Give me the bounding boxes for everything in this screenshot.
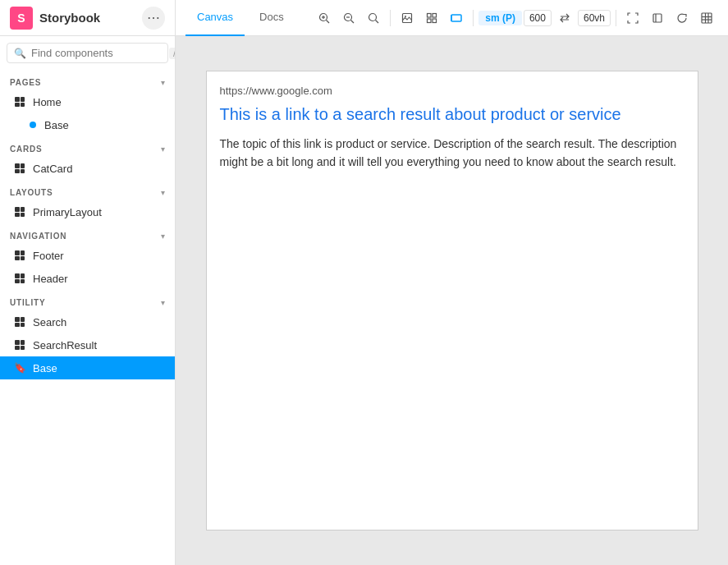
- sidebar-item-catcard-label: CatCard: [33, 163, 72, 175]
- sidebar-subitem-home-base[interactable]: Base: [0, 113, 175, 136]
- home-grid-icon: [13, 95, 26, 108]
- catcard-grid-icon: [13, 162, 26, 175]
- sidebar-item-base-label: Base: [33, 362, 57, 374]
- svg-rect-11: [428, 13, 432, 17]
- grid-view-button[interactable]: [420, 7, 443, 30]
- section-header-cards[interactable]: CARDS ▾: [0, 136, 175, 157]
- toolbar-separator-1: [390, 10, 391, 26]
- expand-button[interactable]: [646, 7, 669, 30]
- sidebar-item-home[interactable]: Home: [0, 90, 175, 113]
- sidebar-item-search[interactable]: Search: [0, 310, 175, 333]
- responsive-view-button[interactable]: [445, 7, 468, 30]
- sidebar-item-primarylayout-label: PrimaryLayout: [33, 206, 102, 218]
- reset-zoom-button[interactable]: [362, 7, 385, 30]
- section-title-navigation: NAVIGATION: [10, 232, 66, 241]
- chevron-navigation-icon: ▾: [161, 232, 165, 241]
- zoom-out-button[interactable]: [337, 7, 360, 30]
- sidebar-subitem-home-base-label: Base: [44, 119, 69, 131]
- section-cards: CARDS ▾ CatCard: [0, 136, 175, 180]
- sidebar-item-search-label: Search: [33, 316, 66, 328]
- image-view-button[interactable]: [396, 7, 419, 30]
- section-title-utility: UTILITY: [10, 298, 45, 307]
- svg-point-7: [369, 13, 377, 21]
- toolbar-separator-2: [473, 10, 474, 26]
- split-button[interactable]: [695, 7, 718, 30]
- svg-line-8: [376, 20, 379, 23]
- svg-rect-18: [702, 13, 712, 23]
- chevron-layouts-icon: ▾: [161, 188, 165, 197]
- chevron-utility-icon: ▾: [161, 298, 165, 307]
- home-base-dot-icon: [30, 122, 36, 128]
- section-header-utility[interactable]: UTILITY ▾: [0, 290, 175, 310]
- section-header-layouts[interactable]: LAYOUTS ▾: [0, 180, 175, 200]
- primarylayout-grid-icon: [13, 205, 26, 218]
- sidebar-item-searchresult-label: SearchResult: [33, 339, 97, 351]
- toolbar-separator-3: [616, 10, 616, 26]
- svg-point-10: [405, 16, 406, 17]
- sidebar-item-header-label: Header: [33, 273, 68, 285]
- search-input[interactable]: [31, 47, 169, 59]
- header-grid-icon: [13, 272, 26, 285]
- search-grid-icon: [13, 315, 26, 328]
- search-icon: 🔍: [14, 48, 26, 59]
- sidebar-item-home-label: Home: [33, 96, 62, 108]
- base-bookmark-icon: 🔖: [13, 361, 26, 374]
- storybook-logo: S: [10, 7, 33, 30]
- fullscreen-button[interactable]: [621, 7, 644, 30]
- viewport-label: sm (P): [478, 11, 522, 25]
- tab-canvas[interactable]: Canvas: [185, 0, 245, 36]
- menu-button[interactable]: ⋯: [142, 7, 165, 30]
- width-value: 600: [524, 10, 552, 26]
- refresh-button[interactable]: [671, 7, 694, 30]
- search-shortcut: /: [169, 48, 176, 59]
- chevron-cards-icon: ▾: [161, 145, 165, 154]
- svg-rect-14: [433, 19, 437, 23]
- chevron-pages-icon: ▾: [161, 78, 165, 87]
- canvas-area: https://www.google.com This is a link to…: [176, 36, 728, 565]
- sidebar-item-catcard[interactable]: CatCard: [0, 157, 175, 180]
- section-title-layouts: LAYOUTS: [10, 188, 53, 197]
- logo-letter: S: [17, 11, 25, 25]
- searchresult-grid-icon: [13, 338, 26, 351]
- sidebar-item-header[interactable]: Header: [0, 267, 175, 290]
- svg-rect-15: [451, 15, 461, 21]
- section-utility: UTILITY ▾ Search SearchResult 🔖 Base: [0, 290, 175, 379]
- section-navigation: NAVIGATION ▾ Footer Header: [0, 223, 175, 290]
- app-title: Storybook: [39, 11, 142, 25]
- section-pages: PAGES ▾ Home Base: [0, 70, 175, 136]
- footer-grid-icon: [13, 249, 26, 262]
- svg-line-1: [327, 20, 330, 23]
- sidebar-item-searchresult[interactable]: SearchResult: [0, 333, 175, 356]
- sidebar: 🔍 / PAGES ▾ Home Base CARDS: [0, 36, 176, 565]
- svg-rect-13: [428, 19, 432, 23]
- search-box[interactable]: 🔍 /: [7, 43, 168, 63]
- sidebar-item-footer-label: Footer: [33, 250, 64, 262]
- svg-line-5: [351, 20, 355, 23]
- sidebar-item-primarylayout[interactable]: PrimaryLayout: [0, 200, 175, 223]
- canvas-link[interactable]: This is a link to a search result about …: [220, 103, 685, 125]
- canvas-description: The topic of this link is product or ser…: [220, 135, 685, 172]
- section-header-navigation[interactable]: NAVIGATION ▾: [0, 223, 175, 244]
- zoom-in-button[interactable]: [313, 7, 336, 30]
- sidebar-item-base-active[interactable]: 🔖 Base: [0, 356, 175, 379]
- canvas-url: https://www.google.com: [220, 85, 685, 97]
- height-value: 60vh: [578, 10, 611, 26]
- canvas-frame: https://www.google.com This is a link to…: [206, 71, 698, 531]
- tab-docs[interactable]: Docs: [248, 0, 295, 36]
- section-layouts: LAYOUTS ▾ PrimaryLayout: [0, 180, 175, 223]
- svg-rect-12: [433, 13, 437, 17]
- sidebar-item-footer[interactable]: Footer: [0, 244, 175, 267]
- section-title-pages: PAGES: [10, 78, 41, 87]
- section-title-cards: CARDS: [10, 145, 43, 154]
- swap-dimensions-button[interactable]: [553, 7, 576, 30]
- section-header-pages[interactable]: PAGES ▾: [0, 70, 175, 90]
- svg-rect-17: [653, 14, 662, 22]
